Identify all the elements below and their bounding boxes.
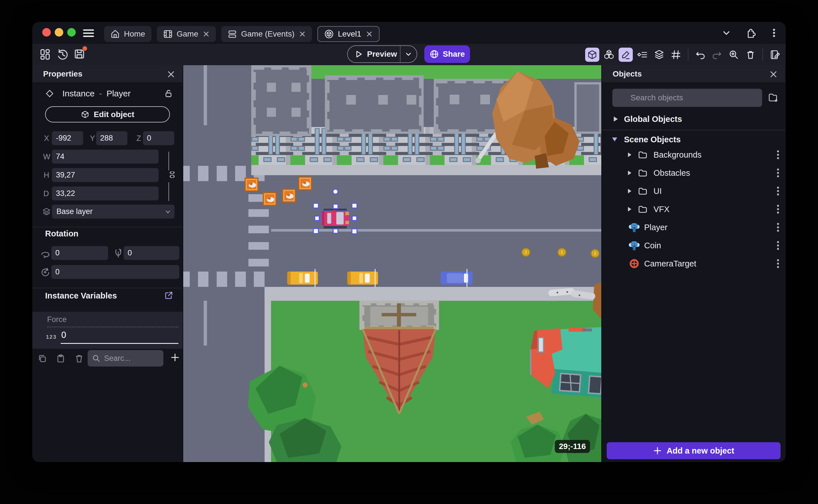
- chevron-down-icon[interactable]: [721, 27, 732, 38]
- paste-icon[interactable]: [56, 354, 65, 363]
- layer-select[interactable]: Base layer: [52, 205, 174, 219]
- divider: [32, 288, 183, 288]
- divider: [688, 48, 688, 61]
- scene-canvas[interactable]: 29;-116: [183, 65, 602, 462]
- item-menu-icon[interactable]: [777, 204, 779, 214]
- kebab-menu-icon[interactable]: [769, 27, 779, 38]
- trash-icon[interactable]: [74, 354, 84, 363]
- link-aspect-icon[interactable]: [168, 171, 176, 181]
- rotation-y-input[interactable]: [124, 246, 179, 260]
- save-icon[interactable]: [73, 48, 86, 61]
- minimize-window-button[interactable]: [55, 28, 63, 37]
- tab-home[interactable]: Home: [104, 26, 151, 42]
- layers-icon: [654, 49, 665, 60]
- close-window-button[interactable]: [42, 28, 51, 37]
- item-menu-icon[interactable]: [777, 150, 779, 160]
- scene-objects-group[interactable]: Scene Objects: [602, 133, 785, 146]
- variable-value-underline: [61, 343, 178, 344]
- extensions-puzzle-icon[interactable]: [745, 27, 756, 38]
- close-tab-icon[interactable]: [203, 31, 210, 37]
- x-input[interactable]: [52, 131, 83, 145]
- rotation-z-input[interactable]: [51, 265, 179, 279]
- grid-button[interactable]: [669, 48, 683, 62]
- selected-instance-player-car[interactable]: [321, 209, 350, 228]
- add-variable-button[interactable]: [169, 352, 181, 363]
- main-menu-icon[interactable]: [83, 29, 94, 37]
- add-folder-icon[interactable]: [768, 92, 778, 103]
- tree-item-ui[interactable]: UI: [602, 182, 785, 200]
- project-manager-icon[interactable]: [39, 48, 52, 61]
- separator: -: [99, 89, 102, 98]
- item-menu-icon[interactable]: [777, 259, 779, 268]
- item-menu-icon[interactable]: [777, 186, 779, 196]
- chevron-down-icon: [406, 53, 411, 55]
- home-icon: [110, 29, 120, 39]
- tree-item-obstacles[interactable]: Obstacles: [602, 164, 785, 182]
- layer-value: Base layer: [56, 207, 93, 216]
- tree-item-player[interactable]: Player: [602, 218, 785, 236]
- instance-variables-title: Instance Variables: [45, 291, 117, 300]
- sidewalk-top: [251, 165, 601, 175]
- instance-diamond-icon: [45, 89, 54, 98]
- history-icon[interactable]: [56, 48, 69, 61]
- tree-item-coin[interactable]: Coin: [602, 236, 785, 255]
- objects-mode-button[interactable]: [602, 48, 616, 62]
- taxi-car[interactable]: [287, 269, 318, 287]
- toggle-3d-view-button[interactable]: [585, 48, 599, 62]
- item-menu-icon[interactable]: [777, 168, 779, 178]
- add-new-object-button[interactable]: Add a new object: [607, 442, 781, 459]
- layers-icon: [42, 207, 51, 216]
- maximize-window-button[interactable]: [67, 28, 76, 37]
- chevron-down-icon: [165, 209, 171, 215]
- blue-car[interactable]: [441, 269, 473, 287]
- preview-options-button[interactable]: [400, 50, 417, 58]
- tab-level1[interactable]: Level1: [317, 26, 379, 42]
- width-input[interactable]: [52, 150, 158, 164]
- item-menu-icon[interactable]: [777, 223, 779, 232]
- close-tab-icon[interactable]: [299, 31, 306, 37]
- tab-game[interactable]: Game: [157, 26, 216, 42]
- unsaved-changes-badge: [83, 46, 87, 51]
- share-button[interactable]: Share: [424, 45, 470, 63]
- scene-icon: [324, 29, 334, 39]
- close-panel-icon[interactable]: [167, 70, 175, 79]
- delete-button[interactable]: [743, 48, 758, 62]
- divider: [400, 46, 400, 62]
- height-input[interactable]: [52, 168, 158, 182]
- tab-label: Game (Events): [241, 29, 294, 39]
- tab-label: Game: [177, 29, 198, 39]
- close-tab-icon[interactable]: [366, 31, 373, 37]
- unlock-icon[interactable]: [164, 89, 173, 98]
- open-external-icon[interactable]: [164, 291, 173, 300]
- close-panel-icon[interactable]: [769, 70, 778, 79]
- rotate-x-icon: [40, 248, 50, 258]
- scene-properties-button[interactable]: [768, 48, 782, 62]
- z-input[interactable]: [143, 131, 174, 145]
- trash-icon: [745, 50, 756, 60]
- tree-item-backgrounds[interactable]: Backgrounds: [602, 146, 785, 164]
- redo-button[interactable]: [710, 48, 724, 62]
- variable-value[interactable]: 0: [61, 330, 66, 340]
- layers-button[interactable]: [652, 48, 666, 62]
- copy-icon[interactable]: [37, 354, 47, 363]
- global-objects-group[interactable]: Global Objects: [602, 113, 785, 125]
- group-label: Global Objects: [624, 115, 682, 124]
- instances-list-button[interactable]: [635, 48, 650, 62]
- tree-item-cameratarget[interactable]: CameraTarget: [602, 255, 785, 273]
- undo-button[interactable]: [693, 48, 707, 62]
- edit-mode-button[interactable]: [619, 48, 633, 62]
- item-menu-icon[interactable]: [777, 241, 779, 250]
- edit-object-button[interactable]: Edit object: [45, 106, 170, 122]
- tree-item-vfx[interactable]: VFX: [602, 200, 785, 218]
- rotation-x-input[interactable]: [51, 246, 108, 260]
- objects-title: Objects: [613, 69, 642, 79]
- variables-editor: Force 123 0: [32, 312, 183, 349]
- tab-game-events[interactable]: Game (Events): [221, 26, 312, 42]
- toolbar: Preview Share: [32, 44, 786, 65]
- y-input[interactable]: [96, 131, 127, 145]
- taxi-car[interactable]: [347, 269, 378, 287]
- objects-search-input[interactable]: [612, 89, 762, 107]
- preview-button[interactable]: Preview: [348, 50, 400, 59]
- zoom-in-button[interactable]: [727, 48, 741, 62]
- depth-input[interactable]: [52, 187, 158, 200]
